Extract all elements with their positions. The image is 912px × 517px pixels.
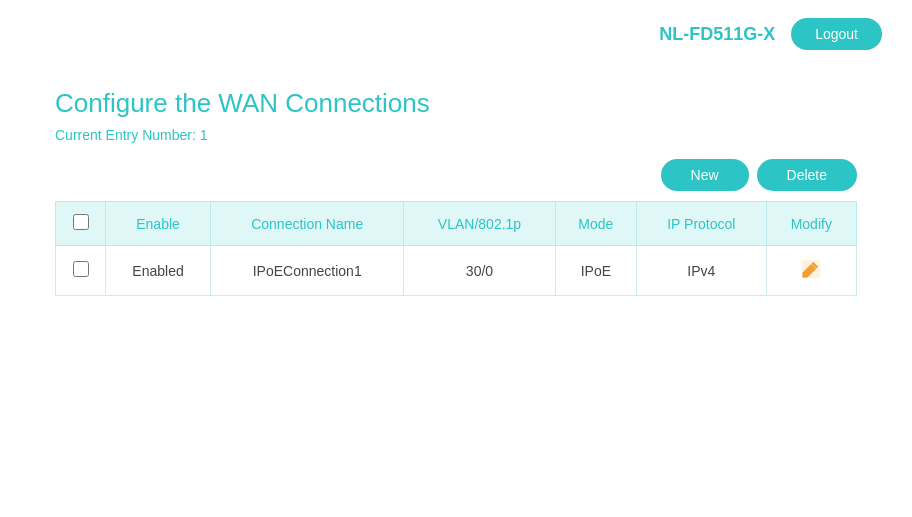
header: NL-FD511G-X Logout	[0, 0, 912, 68]
row-vlan: 30/0	[404, 246, 555, 296]
device-name: NL-FD511G-X	[659, 24, 775, 45]
table-body: EnabledIPoEConnection130/0IPoEIPv4	[56, 246, 857, 296]
select-all-checkbox[interactable]	[73, 214, 89, 230]
entry-count: Current Entry Number: 1	[55, 127, 857, 143]
table-header: Enable Connection Name VLAN/802.1p Mode …	[56, 202, 857, 246]
page-title: Configure the WAN Connections	[55, 88, 857, 119]
col-vlan: VLAN/802.1p	[404, 202, 555, 246]
col-modify: Modify	[766, 202, 856, 246]
row-checkbox[interactable]	[73, 261, 89, 277]
logout-button[interactable]: Logout	[791, 18, 882, 50]
new-button[interactable]: New	[661, 159, 749, 191]
toolbar: New Delete	[55, 159, 857, 191]
row-enable: Enabled	[106, 246, 211, 296]
row-mode: IPoE	[555, 246, 636, 296]
row-modify-cell	[766, 246, 856, 296]
main-content: Configure the WAN Connections Current En…	[0, 68, 912, 316]
row-checkbox-cell	[56, 246, 106, 296]
col-enable: Enable	[106, 202, 211, 246]
col-mode: Mode	[555, 202, 636, 246]
table-header-row: Enable Connection Name VLAN/802.1p Mode …	[56, 202, 857, 246]
table-row: EnabledIPoEConnection130/0IPoEIPv4	[56, 246, 857, 296]
row-connection-name: IPoEConnection1	[211, 246, 404, 296]
wan-connections-table: Enable Connection Name VLAN/802.1p Mode …	[55, 201, 857, 296]
row-ip-protocol: IPv4	[637, 246, 767, 296]
col-ip-protocol: IP Protocol	[637, 202, 767, 246]
col-connection-name: Connection Name	[211, 202, 404, 246]
edit-icon[interactable]	[800, 258, 822, 280]
col-checkbox	[56, 202, 106, 246]
delete-button[interactable]: Delete	[757, 159, 857, 191]
